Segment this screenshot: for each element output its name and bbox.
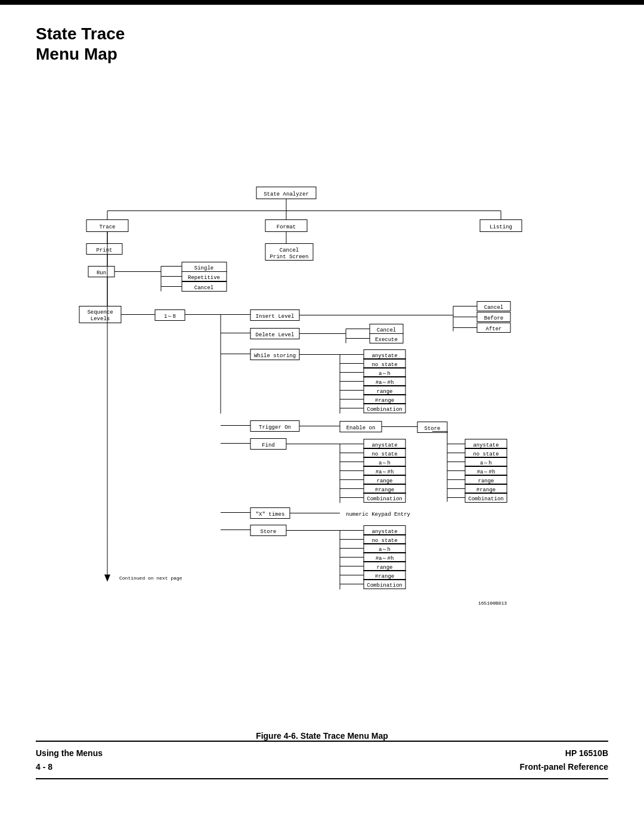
svg-text:anystate: anystate — [371, 353, 397, 359]
svg-text:a～h: a～h — [379, 460, 391, 466]
svg-text:Store: Store — [424, 426, 440, 432]
svg-text:#a～#h: #a～#h — [376, 380, 394, 386]
svg-text:range: range — [478, 478, 494, 484]
svg-text:Trigger On: Trigger On — [259, 425, 291, 431]
bottom-bar: Using the Menus 4 - 8 HP 16510B Front-pa… — [36, 741, 608, 773]
svg-text:Cancel: Cancel — [280, 247, 299, 253]
svg-text:anystate: anystate — [371, 529, 397, 535]
svg-text:Run: Run — [97, 270, 106, 276]
svg-text:anystate: anystate — [473, 442, 499, 448]
svg-text:anystate: anystate — [371, 442, 397, 448]
bottom-left: Using the Menus 4 - 8 — [36, 747, 103, 773]
svg-text:Find: Find — [262, 442, 275, 448]
page-container: State Trace Menu Map State Analyzer Trac… — [0, 0, 644, 833]
svg-text:Format: Format — [277, 224, 296, 230]
svg-text:While storing: While storing — [254, 353, 296, 359]
svg-text:Execute: Execute — [375, 337, 398, 343]
bottom-rule — [36, 778, 608, 779]
svg-text:a～h: a～h — [379, 547, 391, 553]
svg-text:Single: Single — [194, 265, 213, 271]
svg-text:Cancel: Cancel — [484, 305, 503, 311]
svg-text:#a～#h: #a～#h — [376, 469, 394, 475]
svg-text:#range: #range — [375, 574, 394, 580]
svg-text:no state: no state — [473, 451, 499, 457]
svg-text:Cancel: Cancel — [377, 327, 396, 333]
svg-text:165100B813: 165100B813 — [478, 600, 507, 606]
svg-text:no state: no state — [371, 362, 397, 368]
svg-text:State Analyzer: State Analyzer — [264, 191, 309, 197]
svg-text:Levels: Levels — [91, 316, 110, 322]
svg-text:range: range — [376, 478, 392, 484]
svg-text:1～8: 1～8 — [164, 314, 176, 320]
svg-text:Continued on next page: Continued on next page — [119, 575, 182, 581]
svg-text:Store: Store — [260, 529, 276, 535]
svg-text:Print Screen: Print Screen — [270, 254, 309, 260]
svg-text:Delete Level: Delete Level — [256, 332, 295, 338]
diagram-container: State Analyzer Trace Format Listing Canc… — [36, 78, 608, 714]
top-bar — [0, 0, 644, 5]
svg-text:Repetitive: Repetitive — [188, 275, 220, 281]
svg-text:a～h: a～h — [379, 371, 391, 377]
menu-map-diagram: State Analyzer Trace Format Listing Canc… — [36, 78, 608, 714]
svg-text:Combination: Combination — [367, 583, 402, 589]
svg-text:Enable on: Enable on — [346, 425, 376, 431]
svg-text:Insert Level: Insert Level — [256, 314, 295, 320]
svg-text:#range: #range — [476, 487, 496, 493]
svg-text:range: range — [376, 565, 392, 571]
svg-text:a～h: a～h — [480, 460, 492, 466]
header-section: State Trace Menu Map — [36, 24, 608, 76]
svg-text:Sequence: Sequence — [87, 309, 113, 315]
svg-text:After: After — [485, 326, 501, 332]
svg-text:Combination: Combination — [367, 407, 402, 413]
svg-text:#range: #range — [375, 487, 394, 493]
figure-caption: Figure 4-6. State Trace Menu Map — [0, 731, 644, 741]
bottom-right: HP 16510B Front-panel Reference — [519, 747, 608, 773]
svg-text:no state: no state — [371, 451, 397, 457]
svg-text:#a～#h: #a～#h — [477, 469, 496, 475]
svg-text:#range: #range — [375, 398, 394, 404]
svg-text:Combination: Combination — [367, 496, 402, 502]
svg-text:"X" times: "X" times — [256, 512, 285, 518]
svg-text:no state: no state — [371, 538, 397, 544]
svg-text:Combination: Combination — [468, 496, 503, 502]
svg-text:Cancel: Cancel — [194, 285, 213, 291]
svg-text:numeric Keypad Entry: numeric Keypad Entry — [346, 512, 411, 518]
svg-text:Listing: Listing — [490, 224, 512, 230]
svg-text:Trace: Trace — [99, 224, 115, 230]
svg-text:#a～#h: #a～#h — [376, 556, 394, 562]
svg-text:Print: Print — [96, 247, 112, 253]
page-title: State Trace Menu Map — [36, 24, 608, 64]
svg-text:range: range — [376, 389, 392, 395]
svg-text:Before: Before — [484, 315, 503, 321]
svg-marker-186 — [104, 575, 110, 582]
